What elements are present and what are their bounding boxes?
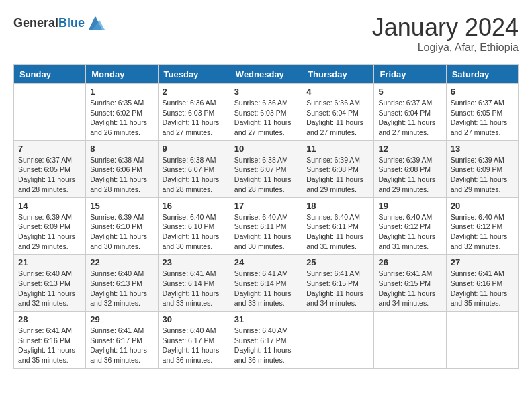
- day-number: 4: [306, 87, 369, 97]
- day-detail: Sunrise: 6:37 AMSunset: 6:05 PMDaylight:…: [18, 156, 75, 193]
- day-number: 19: [378, 201, 441, 211]
- day-number: 21: [18, 257, 81, 267]
- day-detail: Sunrise: 6:41 AMSunset: 6:14 PMDaylight:…: [234, 269, 292, 307]
- day-cell: 23 Sunrise: 6:41 AMSunset: 6:14 PMDaylig…: [158, 255, 230, 312]
- day-cell: 19 Sunrise: 6:40 AMSunset: 6:12 PMDaylig…: [374, 197, 446, 255]
- day-cell: 20 Sunrise: 6:40 AMSunset: 6:12 PMDaylig…: [446, 197, 518, 255]
- day-detail: Sunrise: 6:40 AMSunset: 6:17 PMDaylight:…: [163, 326, 220, 364]
- day-cell: 29 Sunrise: 6:41 AMSunset: 6:17 PMDaylig…: [86, 312, 158, 369]
- day-detail: Sunrise: 6:39 AMSunset: 6:09 PMDaylight:…: [451, 156, 508, 193]
- day-detail: Sunrise: 6:41 AMSunset: 6:16 PMDaylight:…: [18, 326, 75, 364]
- calendar-table: SundayMondayTuesdayWednesdayThursdayFrid…: [13, 64, 519, 369]
- day-number: 15: [90, 201, 153, 211]
- day-detail: Sunrise: 6:36 AMSunset: 6:03 PMDaylight:…: [234, 99, 292, 136]
- day-detail: Sunrise: 6:40 AMSunset: 6:13 PMDaylight:…: [90, 269, 147, 307]
- day-cell: 2 Sunrise: 6:36 AMSunset: 6:03 PMDayligh…: [158, 84, 230, 141]
- day-number: 30: [163, 314, 226, 324]
- month-title: January 2024: [372, 13, 519, 42]
- logo-general: General: [13, 16, 58, 30]
- day-number: 17: [234, 201, 298, 211]
- day-cell: 25 Sunrise: 6:41 AMSunset: 6:15 PMDaylig…: [302, 255, 374, 312]
- day-number: 31: [234, 314, 298, 324]
- day-cell: 26 Sunrise: 6:41 AMSunset: 6:15 PMDaylig…: [374, 255, 446, 312]
- page-header: GeneralBlue January 2024 Logiya, Afar, E…: [13, 13, 519, 54]
- day-cell: 3 Sunrise: 6:36 AMSunset: 6:03 PMDayligh…: [230, 84, 302, 141]
- day-cell: 27 Sunrise: 6:41 AMSunset: 6:16 PMDaylig…: [446, 255, 518, 312]
- logo-icon: [86, 13, 105, 32]
- day-detail: Sunrise: 6:38 AMSunset: 6:07 PMDaylight:…: [234, 156, 292, 193]
- location-title: Logiya, Afar, Ethiopia: [372, 42, 519, 54]
- logo: GeneralBlue: [13, 13, 105, 32]
- day-detail: Sunrise: 6:40 AMSunset: 6:11 PMDaylight:…: [234, 213, 292, 250]
- day-number: 6: [451, 87, 514, 97]
- day-number: 2: [163, 87, 226, 97]
- day-detail: Sunrise: 6:40 AMSunset: 6:12 PMDaylight:…: [451, 213, 508, 250]
- day-cell: 24 Sunrise: 6:41 AMSunset: 6:14 PMDaylig…: [230, 255, 302, 312]
- day-detail: Sunrise: 6:40 AMSunset: 6:17 PMDaylight:…: [234, 326, 292, 364]
- day-number: 20: [451, 201, 514, 211]
- day-cell: 6 Sunrise: 6:37 AMSunset: 6:05 PMDayligh…: [446, 84, 518, 141]
- day-number: 7: [18, 144, 81, 154]
- day-number: 26: [378, 257, 441, 267]
- col-header-sunday: Sunday: [14, 65, 86, 84]
- day-number: 12: [378, 144, 441, 154]
- day-number: 11: [306, 144, 369, 154]
- day-cell: 16 Sunrise: 6:40 AMSunset: 6:10 PMDaylig…: [158, 197, 230, 255]
- header-row: SundayMondayTuesdayWednesdayThursdayFrid…: [14, 65, 519, 84]
- day-cell: 11 Sunrise: 6:39 AMSunset: 6:08 PMDaylig…: [302, 140, 374, 197]
- day-detail: Sunrise: 6:38 AMSunset: 6:07 PMDaylight:…: [163, 156, 220, 193]
- week-row-3: 21 Sunrise: 6:40 AMSunset: 6:13 PMDaylig…: [14, 255, 519, 312]
- day-number: 29: [90, 314, 153, 324]
- day-cell: 17 Sunrise: 6:40 AMSunset: 6:11 PMDaylig…: [230, 197, 302, 255]
- title-area: January 2024 Logiya, Afar, Ethiopia: [372, 13, 519, 54]
- day-detail: Sunrise: 6:36 AMSunset: 6:03 PMDaylight:…: [163, 99, 220, 136]
- day-cell: 8 Sunrise: 6:38 AMSunset: 6:06 PMDayligh…: [86, 140, 158, 197]
- day-detail: Sunrise: 6:41 AMSunset: 6:16 PMDaylight:…: [451, 269, 508, 307]
- day-cell: 12 Sunrise: 6:39 AMSunset: 6:08 PMDaylig…: [374, 140, 446, 197]
- day-number: 16: [163, 201, 226, 211]
- day-cell: [374, 312, 446, 369]
- col-header-tuesday: Tuesday: [158, 65, 230, 84]
- day-number: 3: [234, 87, 298, 97]
- day-number: 8: [90, 144, 153, 154]
- day-number: 10: [234, 144, 298, 154]
- day-detail: Sunrise: 6:37 AMSunset: 6:04 PMDaylight:…: [378, 99, 435, 136]
- day-cell: 30 Sunrise: 6:40 AMSunset: 6:17 PMDaylig…: [158, 312, 230, 369]
- col-header-friday: Friday: [374, 65, 446, 84]
- col-header-wednesday: Wednesday: [230, 65, 302, 84]
- day-number: 1: [90, 87, 153, 97]
- day-detail: Sunrise: 6:41 AMSunset: 6:14 PMDaylight:…: [163, 269, 220, 307]
- day-number: 18: [306, 201, 369, 211]
- day-detail: Sunrise: 6:35 AMSunset: 6:02 PMDaylight:…: [90, 99, 147, 136]
- day-cell: [302, 312, 374, 369]
- day-detail: Sunrise: 6:39 AMSunset: 6:08 PMDaylight:…: [378, 156, 435, 193]
- week-row-4: 28 Sunrise: 6:41 AMSunset: 6:16 PMDaylig…: [14, 312, 519, 369]
- week-row-1: 7 Sunrise: 6:37 AMSunset: 6:05 PMDayligh…: [14, 140, 519, 197]
- day-number: 27: [451, 257, 514, 267]
- day-detail: Sunrise: 6:41 AMSunset: 6:15 PMDaylight:…: [378, 269, 435, 307]
- day-number: 28: [18, 314, 81, 324]
- day-cell: 21 Sunrise: 6:40 AMSunset: 6:13 PMDaylig…: [14, 255, 86, 312]
- day-cell: 13 Sunrise: 6:39 AMSunset: 6:09 PMDaylig…: [446, 140, 518, 197]
- day-cell: 4 Sunrise: 6:36 AMSunset: 6:04 PMDayligh…: [302, 84, 374, 141]
- day-detail: Sunrise: 6:38 AMSunset: 6:06 PMDaylight:…: [90, 156, 147, 193]
- day-detail: Sunrise: 6:39 AMSunset: 6:09 PMDaylight:…: [18, 213, 75, 250]
- day-detail: Sunrise: 6:41 AMSunset: 6:15 PMDaylight:…: [306, 269, 363, 307]
- day-detail: Sunrise: 6:40 AMSunset: 6:11 PMDaylight:…: [306, 213, 363, 250]
- day-cell: 28 Sunrise: 6:41 AMSunset: 6:16 PMDaylig…: [14, 312, 86, 369]
- day-detail: Sunrise: 6:41 AMSunset: 6:17 PMDaylight:…: [90, 326, 147, 364]
- week-row-0: 1 Sunrise: 6:35 AMSunset: 6:02 PMDayligh…: [14, 84, 519, 141]
- day-detail: Sunrise: 6:39 AMSunset: 6:10 PMDaylight:…: [90, 213, 147, 250]
- day-number: 13: [451, 144, 514, 154]
- day-number: 5: [378, 87, 441, 97]
- day-cell: 22 Sunrise: 6:40 AMSunset: 6:13 PMDaylig…: [86, 255, 158, 312]
- day-detail: Sunrise: 6:36 AMSunset: 6:04 PMDaylight:…: [306, 99, 363, 136]
- day-cell: 15 Sunrise: 6:39 AMSunset: 6:10 PMDaylig…: [86, 197, 158, 255]
- day-cell: 5 Sunrise: 6:37 AMSunset: 6:04 PMDayligh…: [374, 84, 446, 141]
- day-number: 23: [163, 257, 226, 267]
- col-header-monday: Monday: [86, 65, 158, 84]
- day-cell: [14, 84, 86, 141]
- day-cell: [446, 312, 518, 369]
- day-detail: Sunrise: 6:40 AMSunset: 6:10 PMDaylight:…: [163, 213, 220, 250]
- day-detail: Sunrise: 6:37 AMSunset: 6:05 PMDaylight:…: [451, 99, 508, 136]
